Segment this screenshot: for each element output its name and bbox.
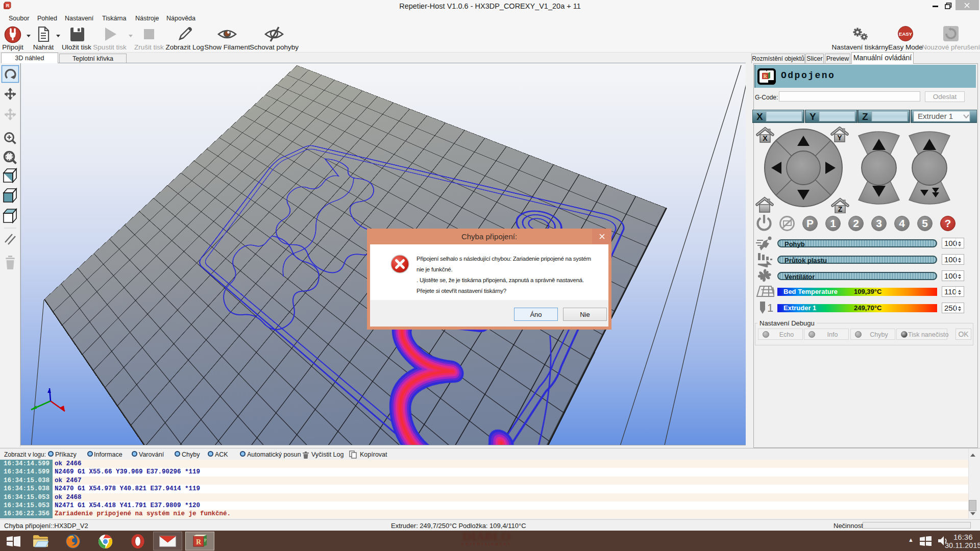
svg-text:R: R — [6, 3, 10, 8]
svg-text:R: R — [763, 73, 767, 79]
svg-text:X: X — [756, 111, 763, 122]
svg-text:Z: Z — [862, 111, 868, 122]
svg-text:Extruder 1: Extruder 1 — [918, 112, 953, 120]
svg-text:2: 2 — [853, 217, 859, 229]
svg-text:Y: Y — [837, 134, 842, 142]
svg-text:?: ? — [945, 217, 951, 229]
svg-text:EASY: EASY — [899, 31, 913, 37]
svg-text:R: R — [196, 538, 202, 546]
svg-text:1: 1 — [830, 217, 836, 229]
svg-text:P: P — [806, 217, 814, 229]
svg-text:1: 1 — [767, 302, 773, 314]
svg-text:X: X — [763, 134, 768, 142]
svg-text:5: 5 — [922, 217, 928, 229]
svg-text:3: 3 — [876, 217, 882, 229]
svg-text:Y: Y — [810, 111, 816, 122]
svg-text:Z: Z — [838, 205, 843, 213]
svg-text:4: 4 — [899, 217, 905, 229]
